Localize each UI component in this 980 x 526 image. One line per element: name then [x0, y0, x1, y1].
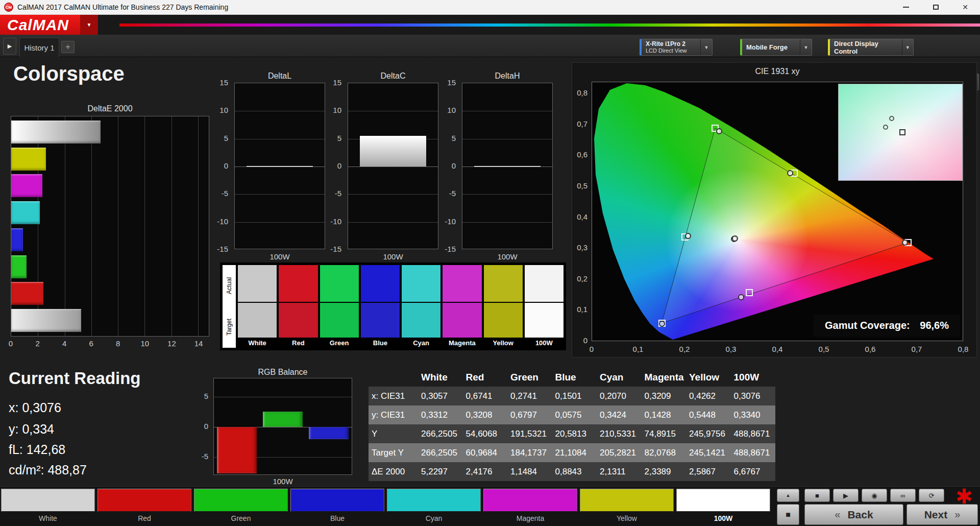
continuous-button[interactable]: ∞ — [890, 489, 916, 502]
target-marker-magenta — [746, 289, 753, 296]
deltae-bar-100w — [11, 121, 101, 144]
add-tab-button[interactable]: + — [61, 41, 75, 53]
reading-fl: fL: 142,68 — [9, 442, 65, 457]
color-swatch — [290, 489, 384, 512]
actual-swatch — [484, 265, 523, 302]
table-cell: 184,1737 — [507, 443, 552, 462]
inset-measured-marker — [883, 125, 888, 130]
reading-x: x: 0,3076 — [9, 400, 61, 415]
actual-swatch — [402, 265, 440, 302]
swatch-row-labels: Actual Target — [223, 265, 236, 348]
cie-chart-title: CIE 1931 xy — [592, 67, 963, 76]
rgb-x-label: 100W — [213, 477, 352, 486]
target-row-label: Target — [223, 306, 236, 348]
deltae-2000-chart: DeltaE 2000 02468101214 — [11, 104, 211, 349]
rgb-bar-red — [217, 427, 257, 473]
measured-marker-yellow — [787, 170, 793, 176]
current-reading-title: Current Reading — [9, 369, 141, 388]
deltae-bar-magenta — [11, 174, 42, 197]
swatch-name: Yellow — [484, 339, 523, 347]
minimize-icon — [903, 7, 909, 8]
table-corner-cell — [369, 368, 418, 387]
close-button[interactable]: ✕ — [950, 0, 980, 14]
color-button-yellow[interactable]: Yellow — [580, 489, 674, 522]
deltah-plot — [462, 83, 553, 249]
white-point-inset — [838, 84, 963, 181]
deltah-chart-title: DeltaH — [462, 71, 553, 81]
display-control-dropdown[interactable]: Direct Display Control ▼ — [828, 39, 914, 56]
actual-swatch — [320, 265, 359, 302]
deltae-bar-green — [11, 255, 27, 278]
color-button-100w[interactable]: 100W — [676, 489, 770, 522]
target-swatch — [238, 303, 277, 338]
color-button-blue[interactable]: Blue — [290, 489, 384, 522]
table-cell: 0,4262 — [686, 387, 731, 405]
table-cell: 488,8671 — [731, 443, 776, 462]
swatch-column-cyan: Cyan — [402, 265, 440, 348]
deltac-y-axis: 151050-5-10-15 — [327, 83, 345, 249]
table-cell: 0,0575 — [552, 405, 597, 424]
table-cell: 191,5321 — [507, 424, 552, 443]
swatch-name: Red — [279, 339, 317, 347]
swatch-column-green: Green — [320, 265, 359, 348]
deltal-chart: DeltaL 151050-5-10-15 100W — [214, 71, 326, 261]
table-cell: 6,6767 — [731, 462, 776, 481]
calman-logo[interactable]: CalMAN ▼ — [0, 15, 98, 35]
source-name: Mobile Forge — [746, 43, 788, 51]
calman-window: CM CalMAN 2017 CalMAN Ultimate for Busin… — [0, 0, 980, 526]
stop-button[interactable]: ■ — [804, 489, 830, 502]
color-button-white[interactable]: White — [1, 489, 95, 522]
source-dropdown[interactable]: Mobile Forge ▼ — [740, 39, 812, 56]
deltal-chart-title: DeltaL — [234, 71, 325, 81]
color-button-label: 100W — [676, 514, 770, 522]
expand-sessions-button[interactable]: ▶ — [3, 38, 16, 55]
color-button-red[interactable]: Red — [97, 489, 191, 522]
row-label: ΔE 2000 — [369, 462, 418, 481]
back-button[interactable]: « Back — [804, 504, 903, 525]
actual-swatch — [238, 265, 277, 302]
chevron-right-icon: ▶ — [8, 43, 12, 50]
meter-dropdown[interactable]: X-Rite i1Pro 2 LCD Direct View ▼ — [640, 39, 713, 56]
measure-button[interactable]: ◉ — [862, 489, 887, 502]
deltae-plot — [11, 116, 209, 337]
target-swatch — [484, 303, 523, 338]
cie-plot: Gamut Coverage: 96,6% — [592, 82, 963, 341]
table-cell: 82,0768 — [642, 443, 687, 462]
logo-text: CalMAN — [0, 15, 80, 35]
color-button-label: Blue — [290, 514, 384, 522]
display-control-name: Direct Display Control — [834, 40, 902, 55]
table-cell: 0,2070 — [597, 387, 642, 405]
color-button-green[interactable]: Green — [194, 489, 288, 522]
deltae-bar-cyan — [11, 201, 40, 224]
collapse-controls-button[interactable]: ▲ — [777, 489, 799, 502]
table-cell: 2,5867 — [686, 462, 731, 481]
table-cell: 0,1428 — [642, 405, 687, 424]
deltac-chart-title: DeltaC — [348, 71, 438, 81]
refresh-button[interactable]: ⟳ — [919, 489, 944, 502]
measured-marker-red — [902, 240, 908, 246]
deltah-bar — [474, 166, 541, 167]
table-cell: 0,3312 — [418, 405, 463, 424]
meter-name: X-Rite i1Pro 2 — [646, 40, 687, 47]
transport-controls: ▲ ■ ■▶◉∞⟳ « Back Next » ✱ — [776, 487, 980, 526]
play-button[interactable]: ▶ — [833, 489, 859, 502]
chevron-down-icon: ▼ — [700, 39, 712, 55]
color-button-magenta[interactable]: Magenta — [483, 489, 577, 522]
table-cell: 0,3340 — [731, 405, 776, 424]
chevron-up-icon: ▲ — [786, 493, 791, 498]
rgb-y-axis: 50-5 — [203, 378, 211, 475]
table-cell: 0,6741 — [463, 387, 508, 405]
tab-history-1[interactable]: History 1 — [19, 38, 59, 57]
swatch-column-magenta: Magenta — [443, 265, 481, 348]
maximize-button[interactable] — [921, 0, 950, 14]
table-cell: 0,3057 — [418, 387, 463, 405]
color-swatch — [1, 489, 95, 512]
minimize-button[interactable] — [891, 0, 921, 14]
stop-large-button[interactable]: ■ — [777, 504, 799, 525]
actual-swatch — [279, 265, 317, 302]
deltae-bars — [11, 116, 209, 336]
target-swatch — [279, 303, 317, 338]
color-button-cyan[interactable]: Cyan — [387, 489, 481, 522]
meter-text: X-Rite i1Pro 2 LCD Direct View — [646, 40, 687, 54]
table-cell: 2,3389 — [642, 462, 687, 481]
